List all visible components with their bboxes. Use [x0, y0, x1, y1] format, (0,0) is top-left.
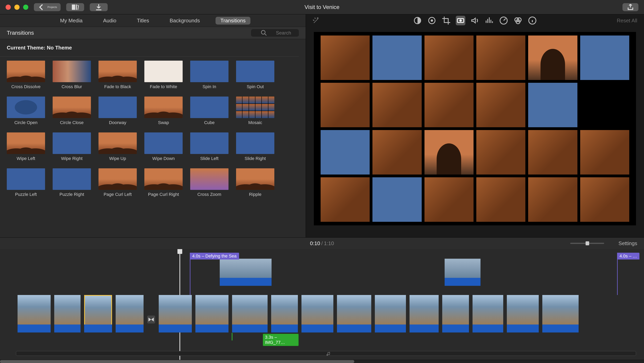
timeline-clip[interactable]	[271, 295, 298, 332]
tab-titles[interactable]: Titles	[132, 17, 154, 25]
timeline-clip[interactable]	[507, 295, 539, 332]
timeline-clip[interactable]	[196, 295, 228, 332]
timeline-clip[interactable]	[542, 295, 578, 332]
timeline-clip[interactable]	[54, 295, 80, 332]
timeline-settings-button[interactable]: Settings	[618, 240, 637, 246]
transition-item[interactable]: Fade to Black	[98, 61, 137, 89]
svg-point-7	[459, 19, 462, 22]
viewer-cell	[476, 177, 525, 222]
viewer-panel: Reset All	[306, 14, 644, 237]
viewer-cell	[528, 83, 577, 127]
transition-item[interactable]: Cube	[190, 97, 228, 125]
transition-item[interactable]: Puzzle Right	[53, 168, 91, 197]
transition-label: Cross Dissolve	[7, 84, 45, 89]
import-button[interactable]	[90, 3, 108, 11]
transition-thumb	[144, 97, 183, 118]
timeline-clip[interactable]	[84, 295, 112, 332]
tab-transitions[interactable]: Transitions	[216, 17, 250, 25]
reset-all-button[interactable]: Reset All	[617, 18, 637, 24]
transition-indicator[interactable]	[147, 315, 155, 323]
timeline-clip[interactable]	[375, 295, 406, 332]
color-balance-button[interactable]	[413, 16, 422, 25]
library-view-button[interactable]	[66, 3, 84, 11]
transition-item[interactable]: Slide Right	[236, 132, 274, 161]
info-button[interactable]	[528, 16, 537, 25]
transition-label: Cross Blur	[53, 84, 91, 89]
transition-thumb	[7, 97, 45, 118]
transition-label: Wipe Right	[53, 156, 91, 161]
transition-item[interactable]: Spin In	[190, 61, 228, 89]
tab-backgrounds[interactable]: Backgrounds	[165, 17, 205, 25]
color-wheel-button[interactable]	[427, 16, 437, 25]
transition-item[interactable]: Cross Zoom	[190, 168, 228, 197]
timeline-clip[interactable]	[302, 295, 333, 332]
share-button[interactable]	[622, 3, 638, 11]
transition-item[interactable]: Doorway	[98, 97, 137, 125]
transition-item[interactable]: Ripple	[236, 168, 274, 197]
speed-icon	[499, 16, 508, 25]
project-title: Visit to Venice	[304, 4, 339, 10]
timeline-clip[interactable]	[18, 295, 51, 332]
scrollbar-thumb[interactable]	[0, 360, 354, 363]
timeline-clip[interactable]	[116, 295, 144, 332]
transition-item[interactable]: Fade to White	[144, 61, 183, 89]
chevron-left-icon	[38, 3, 46, 11]
speed-button[interactable]	[499, 16, 508, 25]
search-input[interactable]	[276, 30, 296, 36]
viewer-cell	[528, 130, 577, 175]
volume-button[interactable]	[470, 16, 480, 25]
timeline-panel: 0:10 / 1:10 Settings 4.0s – Defying the …	[0, 237, 644, 363]
timeline-clip[interactable]	[337, 295, 371, 332]
transition-item[interactable]: Page Curl Left	[98, 168, 137, 197]
filter-button[interactable]	[513, 16, 523, 25]
transition-label: Spin Out	[236, 84, 274, 89]
timeline-clip[interactable]	[159, 295, 192, 332]
media-browser: My MediaAudioTitlesBackgroundsTransition…	[0, 14, 306, 237]
noise-reduce-button[interactable]	[484, 16, 494, 25]
enhance-button[interactable]	[313, 17, 320, 24]
timeline-clip[interactable]	[410, 295, 439, 332]
transition-label: Puzzle Left	[7, 192, 45, 197]
transition-thumb	[144, 168, 183, 190]
transition-item[interactable]: Wipe Down	[144, 132, 183, 161]
cutaway-clip[interactable]	[444, 253, 480, 286]
viewer-cell	[476, 130, 525, 175]
transition-item[interactable]: Wipe Right	[53, 132, 91, 161]
timeline-clip[interactable]	[472, 295, 503, 332]
search-field[interactable]	[251, 29, 299, 37]
background-music-track[interactable]	[16, 351, 636, 356]
stabilize-button[interactable]	[456, 16, 465, 25]
viewer-cell	[476, 83, 525, 127]
tab-audio[interactable]: Audio	[98, 17, 121, 25]
transition-item[interactable]: Circle Close	[53, 97, 91, 125]
transition-item[interactable]: Slide Left	[190, 132, 228, 161]
timeline-clip[interactable]	[232, 295, 268, 332]
transition-item[interactable]: Wipe Up	[98, 132, 137, 161]
transition-item[interactable]: Puzzle Left	[7, 168, 45, 197]
fullscreen-window-icon[interactable]	[23, 5, 28, 10]
detached-audio-clip[interactable]: 3.3s – IMG_77…	[263, 334, 299, 346]
crop-button[interactable]	[442, 16, 451, 25]
projects-back-button[interactable]: Projects	[34, 3, 60, 11]
transition-item[interactable]: Cross Blur	[53, 61, 91, 89]
crop-icon	[442, 16, 451, 25]
transition-item[interactable]: Page Curl Right	[144, 168, 183, 197]
transition-label: Page Curl Right	[144, 192, 183, 197]
transition-item[interactable]: Spin Out	[236, 61, 274, 89]
minimize-window-icon[interactable]	[14, 5, 20, 10]
transition-item[interactable]: Swap	[144, 97, 183, 125]
transition-item[interactable]: Mosaic	[236, 97, 274, 125]
timeline-scrollbar[interactable]	[0, 360, 644, 363]
total-time: 1:10	[324, 240, 334, 246]
svg-rect-1	[76, 5, 77, 10]
timeline-clip[interactable]	[442, 295, 469, 332]
viewer-cell	[320, 83, 370, 127]
preview-viewer[interactable]	[314, 32, 636, 225]
close-window-icon[interactable]	[6, 5, 11, 10]
timeline[interactable]: 4.0s – Defying the Sea4.0s – …4.0s – Def…	[0, 249, 644, 360]
transition-item[interactable]: Circle Open	[7, 97, 45, 125]
tab-my-media[interactable]: My Media	[55, 17, 87, 25]
transition-item[interactable]: Cross Dissolve	[7, 61, 45, 89]
transition-item[interactable]: Wipe Left	[7, 132, 45, 161]
timeline-zoom-slider[interactable]	[570, 243, 604, 244]
